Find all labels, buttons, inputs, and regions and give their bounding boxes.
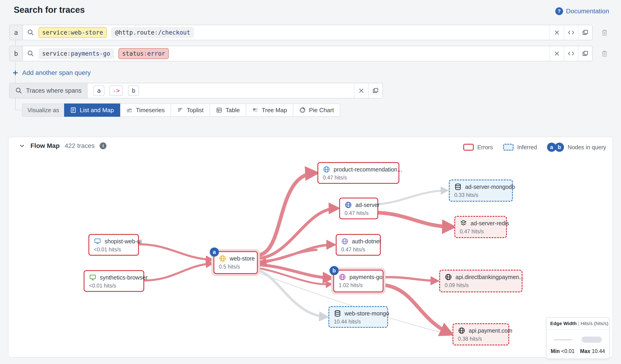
timeseries-icon bbox=[126, 107, 133, 113]
trash-icon bbox=[601, 50, 608, 57]
query-actions bbox=[550, 25, 592, 40]
copy-trace-query-button[interactable] bbox=[368, 83, 382, 98]
trace-query-input[interactable]: a -> b bbox=[87, 83, 383, 98]
clear-query-button[interactable] bbox=[550, 25, 564, 40]
flow-node-ad-server-mongodb[interactable]: ad-server-mongodb 0.33 hits/s bbox=[449, 179, 513, 202]
tab-table[interactable]: Table bbox=[210, 104, 246, 117]
max-value: Max 10.44 bbox=[580, 348, 605, 354]
delete-query-b-button[interactable] bbox=[600, 49, 610, 59]
inferred-label: Inferred bbox=[517, 144, 537, 151]
copy-icon bbox=[582, 29, 589, 36]
flow-node-ad-server[interactable]: ad-server 0.47 hits/s bbox=[339, 198, 378, 219]
edge-shopist-web-store[interactable] bbox=[139, 244, 211, 260]
flow-node-synthetics-browser[interactable]: synthetics-browser <0.01 hits/s bbox=[84, 270, 144, 292]
filter-pill[interactable]: @http.route:/checkout bbox=[111, 27, 194, 38]
documentation-link[interactable]: ? Documentation bbox=[555, 7, 609, 15]
database-icon bbox=[334, 310, 341, 317]
globe-icon bbox=[341, 238, 348, 245]
clear-query-button[interactable] bbox=[550, 46, 564, 61]
copy-query-button[interactable] bbox=[578, 25, 592, 40]
flow-node-ad-server-redis[interactable]: ad-server-redis 0.47 hits/s bbox=[454, 216, 507, 238]
table-icon bbox=[216, 107, 222, 113]
flow-map-card: Flow Map 422 traces i Errors Inferred a … bbox=[8, 137, 613, 358]
flow-node-api-payment-com[interactable]: api.payment.com 0.38 hits/s bbox=[452, 323, 509, 346]
add-span-query-button[interactable]: Add another span query bbox=[12, 69, 91, 76]
clear-trace-query-button[interactable] bbox=[354, 83, 368, 98]
edge-ad-server-mongodb[interactable] bbox=[378, 191, 446, 204]
errors-label: Errors bbox=[477, 144, 493, 151]
trace-query-label: Traces where spans bbox=[9, 83, 87, 98]
globe-icon bbox=[345, 201, 352, 208]
tab-toplist[interactable]: Toplist bbox=[171, 104, 210, 117]
copy-query-button[interactable] bbox=[578, 46, 592, 61]
flow-map-header: Flow Map 422 traces i bbox=[18, 142, 106, 150]
edge-ad-server-redis[interactable] bbox=[378, 213, 451, 227]
copy-icon bbox=[582, 50, 589, 57]
tab-pie-chart[interactable]: Pie Chart bbox=[293, 104, 340, 117]
filter-pill[interactable]: service:payments-go bbox=[38, 48, 114, 59]
nodes-in-query-label: Nodes in query bbox=[568, 144, 606, 151]
query-badge-b: b bbox=[329, 266, 339, 275]
tab-timeseries[interactable]: Timeseries bbox=[120, 104, 171, 117]
flow-map-legend: Errors Inferred a b Nodes in query bbox=[463, 143, 606, 152]
traces-count: 422 traces bbox=[65, 142, 95, 150]
monitor-icon bbox=[89, 274, 96, 281]
query-input-a[interactable]: service:web-store @http.route:/checkout bbox=[22, 25, 593, 40]
chevron-down-icon[interactable] bbox=[18, 142, 25, 149]
trace-query-row: Traces where spans a -> b bbox=[9, 83, 383, 98]
errors-swatch bbox=[463, 144, 474, 151]
edit-raw-query-button[interactable] bbox=[564, 25, 578, 40]
operand-a-pill[interactable]: a bbox=[93, 85, 104, 96]
info-icon[interactable]: i bbox=[100, 142, 106, 149]
flow-node-auth-dotnet[interactable]: auth-dotnet 0.47 hits/s bbox=[336, 234, 381, 256]
operator-arrow-pill[interactable]: -> bbox=[109, 85, 123, 96]
flow-node-web-store[interactable]: a web-store 0.5 hits/s bbox=[213, 251, 258, 274]
close-icon bbox=[358, 87, 364, 94]
inferred-swatch bbox=[503, 144, 514, 151]
visualize-as-label: Visualize as bbox=[22, 104, 64, 117]
list-and-map-icon bbox=[70, 107, 76, 113]
monitor-icon bbox=[94, 238, 101, 245]
globe-icon bbox=[458, 327, 465, 334]
close-icon bbox=[554, 29, 560, 36]
query-label-b: b bbox=[9, 46, 22, 61]
filter-pill[interactable]: service:web-store bbox=[38, 27, 107, 38]
search-icon bbox=[27, 29, 34, 36]
span-query-row-b: b service:payments-go status:error bbox=[9, 46, 593, 61]
flow-node-product-recommendation[interactable]: product-recommendation... 0.47 hits/s bbox=[317, 162, 399, 184]
copy-icon bbox=[372, 87, 379, 94]
flow-node-shopist-web-ui[interactable]: shopist-web-ui <0.01 hits/s bbox=[88, 234, 139, 256]
edge-web-store-ad-server[interactable] bbox=[258, 208, 336, 259]
globe-icon bbox=[219, 255, 226, 262]
flow-node-payments-go[interactable]: b payments-go 1.02 hits/s bbox=[333, 270, 383, 292]
flow-node-web-store-mongo[interactable]: web-store-mongo 10.44 hits/s bbox=[328, 306, 388, 328]
query-label-a: a bbox=[9, 25, 22, 40]
flow-node-api-directbankingpayments[interactable]: api.directbankingpaymen... 0.09 hits/s bbox=[439, 270, 522, 292]
database-icon bbox=[454, 183, 462, 191]
operand-b-pill[interactable]: b bbox=[128, 85, 139, 96]
delete-query-a-button[interactable] bbox=[600, 27, 610, 37]
max-edge-sample bbox=[582, 337, 602, 343]
help-icon: ? bbox=[555, 7, 563, 15]
query-input-b[interactable]: service:payments-go status:error bbox=[22, 46, 593, 61]
plus-icon bbox=[12, 69, 19, 76]
edge-synthetics-web-store[interactable] bbox=[144, 263, 211, 280]
edge-width-legend: Edge Width | Hits/s (hits/s) Min <0.01 M… bbox=[546, 317, 610, 359]
tab-list-and-map[interactable]: List and Map bbox=[64, 104, 120, 117]
trash-icon bbox=[601, 29, 608, 36]
add-span-query-label: Add another span query bbox=[22, 69, 91, 76]
edit-raw-query-button[interactable] bbox=[564, 46, 578, 61]
filter-pill[interactable]: status:error bbox=[118, 48, 169, 59]
badge-b: b bbox=[555, 143, 564, 152]
query-node-badges: a b bbox=[547, 143, 564, 152]
tab-tree-map[interactable]: Tree Map bbox=[246, 104, 293, 117]
search-icon bbox=[15, 87, 22, 94]
edge-payments-directbanking[interactable] bbox=[383, 277, 436, 281]
flow-map-title: Flow Map bbox=[31, 142, 60, 150]
edge-width-values: Min <0.01 Max 10.44 bbox=[547, 345, 609, 359]
documentation-label: Documentation bbox=[566, 8, 609, 15]
visualize-as-bar: Visualize as List and Map Timeseries Top… bbox=[22, 104, 340, 117]
page-title: Search for traces bbox=[14, 5, 85, 15]
span-query-row-a: a service:web-store @http.route:/checkou… bbox=[9, 25, 593, 40]
query-pills: service:payments-go status:error bbox=[38, 48, 169, 59]
